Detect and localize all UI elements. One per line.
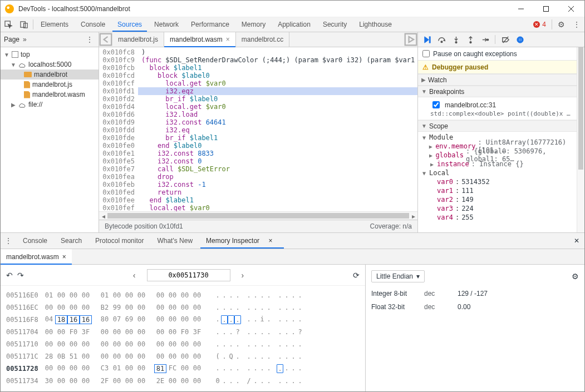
- deactivate-breakpoints-button[interactable]: [499, 33, 512, 46]
- undo-icon[interactable]: ↶: [6, 271, 13, 280]
- scope-section-header[interactable]: ▼Scope: [418, 120, 584, 132]
- drawer-tab[interactable]: What's New: [150, 233, 199, 249]
- code-body[interactable]: )(func $SDL_SetRenderDrawColor (;444;) (…: [138, 47, 417, 211]
- step-into-button[interactable]: [449, 33, 463, 46]
- error-count-badge[interactable]: ✕4: [529, 17, 550, 32]
- tree-item-mandelbrot[interactable]: mandelbrot: [1, 70, 99, 80]
- pause-on-caught-checkbox[interactable]: [422, 50, 430, 57]
- window-maximize-button[interactable]: [533, 1, 558, 17]
- scope-var[interactable]: var4: 255: [421, 213, 581, 222]
- watch-section-header[interactable]: ▶Watch: [418, 74, 584, 86]
- svg-rect-17: [520, 38, 522, 41]
- drawer-close-icon[interactable]: ✕: [569, 233, 584, 249]
- scope-local[interactable]: ▼Local: [421, 168, 581, 177]
- window-minimize-button[interactable]: [508, 1, 533, 17]
- step-over-button[interactable]: [435, 33, 448, 46]
- breakpoint-item[interactable]: mandelbrot.cc:31 std::complex<double> po…: [418, 97, 584, 120]
- close-icon[interactable]: ×: [263, 237, 278, 245]
- device-toolbar-icon[interactable]: [16, 17, 32, 32]
- memory-hex-grid[interactable]: 005116E0010000000100000000000000........…: [1, 286, 365, 391]
- tree-item-mandelbrot-js[interactable]: mandelbrot.js: [1, 80, 99, 90]
- close-icon[interactable]: ×: [62, 253, 66, 261]
- page-next-icon[interactable]: ›: [242, 271, 244, 280]
- memory-settings-icon[interactable]: ⚙: [572, 272, 579, 281]
- horizontal-scrollbar[interactable]: ◂ ▸: [99, 211, 417, 220]
- panel-tab-lighthouse[interactable]: Lighthouse: [353, 17, 398, 32]
- code-gutter: 0x010fc80x010fc90x010fcb0x010fcd0x010fcf…: [99, 47, 138, 211]
- scope-var[interactable]: var2: 149: [421, 195, 581, 204]
- refresh-icon[interactable]: ⟳: [353, 271, 360, 280]
- navigator-more-tabs-icon[interactable]: »: [23, 36, 27, 43]
- panel-tab-security[interactable]: Security: [317, 17, 353, 32]
- file-tab[interactable]: mandelbrot.js: [112, 32, 164, 47]
- inspect-element-icon[interactable]: [1, 17, 16, 32]
- cloud-icon: [18, 62, 26, 67]
- scroll-right-icon[interactable]: ▸: [409, 212, 417, 220]
- panel-tab-sources[interactable]: Sources: [111, 17, 148, 32]
- memory-inspector-filetabs: mandelbrot.wasm×: [1, 249, 584, 265]
- panel-tab-console[interactable]: Console: [75, 17, 111, 32]
- svg-rect-9: [429, 36, 430, 42]
- redo-icon[interactable]: ↷: [17, 271, 24, 280]
- tree-item-mandelbrot-wasm[interactable]: mandelbrot.wasm: [1, 90, 99, 100]
- bytecode-position: Bytecode position 0x10fd1: [105, 222, 183, 230]
- panel-tab-network[interactable]: Network: [148, 17, 185, 32]
- window-close-button[interactable]: [558, 1, 583, 17]
- breakpoint-checkbox[interactable]: [432, 101, 440, 108]
- scope-globals[interactable]: ▶globals: {global0: 5306976, global1: 65…: [421, 151, 581, 160]
- svg-rect-1: [543, 6, 548, 11]
- source-statusbar: Bytecode position 0x10fd1 Coverage: n/a: [99, 220, 417, 232]
- memory-controls: ↶ ↷ ‹ › ⟳: [1, 265, 365, 286]
- main-toolbar: ElementsConsoleSourcesNetworkPerformance…: [1, 17, 584, 32]
- panel-tab-elements[interactable]: Elements: [35, 17, 75, 32]
- devtools-logo-icon: [5, 4, 14, 13]
- drawer-menu-icon[interactable]: ⋮: [1, 233, 16, 249]
- step-button[interactable]: [478, 33, 491, 46]
- navigator-pane: Page » ⋮ ▼top ▼localhost:5000 mandelbrot…: [1, 32, 99, 232]
- drawer-tab[interactable]: Search: [54, 233, 89, 249]
- right-scrollbar[interactable]: [577, 47, 584, 232]
- scroll-thumb[interactable]: [107, 213, 409, 219]
- frame-icon: [12, 51, 18, 58]
- more-menu-icon[interactable]: ⋮: [569, 17, 584, 32]
- panel-tab-memory[interactable]: Memory: [235, 17, 272, 32]
- debugger-paused-banner: ⚠ Debugger paused: [418, 61, 584, 74]
- panel-tab-performance[interactable]: Performance: [185, 17, 235, 32]
- pause-on-caught-row[interactable]: Pause on caught exceptions: [418, 47, 584, 61]
- run-snippet-icon[interactable]: [404, 32, 417, 47]
- drawer-tab[interactable]: Memory Inspector ×: [199, 233, 285, 249]
- drawer-tabstrip: ⋮ ConsoleSearchProtocol monitorWhat's Ne…: [1, 233, 584, 249]
- panel-tab-application[interactable]: Application: [272, 17, 317, 32]
- step-out-button[interactable]: [464, 33, 477, 46]
- file-tab[interactable]: mandelbrot.wasm×: [164, 32, 236, 47]
- window-titlebar: DevTools - localhost:5000/mandelbrot: [1, 1, 584, 17]
- scope-var[interactable]: var1: 111: [421, 186, 581, 195]
- drawer-tab[interactable]: Console: [16, 233, 54, 249]
- scope-var[interactable]: var3: 224: [421, 204, 581, 213]
- drawer-tab[interactable]: Protocol monitor: [89, 233, 150, 249]
- debugger-paused-text: Debugger paused: [432, 63, 488, 71]
- navigator-header: Page » ⋮: [1, 32, 99, 47]
- tree-file-scheme[interactable]: ▶file://: [1, 100, 99, 110]
- settings-gear-icon[interactable]: ⚙: [553, 17, 569, 32]
- tree-host[interactable]: ▼localhost:5000: [1, 59, 99, 70]
- resume-button[interactable]: [420, 33, 434, 46]
- tree-top-frame[interactable]: ▼top: [1, 49, 99, 59]
- history-back-icon[interactable]: [99, 32, 112, 47]
- window-title: DevTools - localhost:5000/mandelbrot: [18, 5, 508, 13]
- memory-value-row: Integer 8-bitdec129 / -127: [371, 287, 579, 300]
- scope-var[interactable]: var0: 5314352: [421, 177, 581, 186]
- code-editor[interactable]: 0x010fc80x010fc90x010fcb0x010fcd0x010fcf…: [99, 47, 417, 211]
- endianness-select[interactable]: Little Endian▾: [371, 270, 425, 282]
- svg-point-11: [455, 41, 457, 43]
- close-icon[interactable]: ×: [226, 36, 230, 43]
- file-tab[interactable]: mandelbrot.cc: [236, 32, 289, 47]
- page-prev-icon[interactable]: ‹: [133, 271, 136, 280]
- navigator-menu-icon[interactable]: ⋮: [84, 36, 95, 43]
- scroll-left-icon[interactable]: ◂: [99, 212, 107, 220]
- main-area: Page » ⋮ ▼top ▼localhost:5000 mandelbrot…: [1, 32, 584, 233]
- memory-address-input[interactable]: [147, 269, 230, 281]
- pause-exceptions-button[interactable]: [513, 33, 527, 46]
- breakpoints-section-header[interactable]: ▼Breakpoints: [418, 86, 584, 97]
- memory-inspector-file-tab[interactable]: mandelbrot.wasm×: [1, 249, 72, 264]
